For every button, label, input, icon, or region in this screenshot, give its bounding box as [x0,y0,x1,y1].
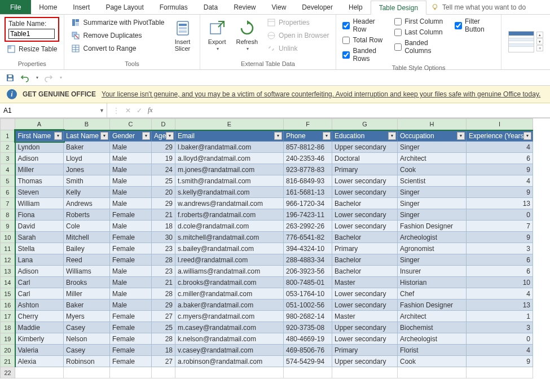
table-cell[interactable]: Nelson [64,333,110,345]
table-cell[interactable]: 394-4324-10 [284,243,332,254]
worksheet-grid[interactable]: ABCDEFGHI1First Name▼Last Name▼Gender▼Ag… [0,118,550,378]
table-header-cell[interactable]: Education▼ [332,130,398,142]
tell-me[interactable]: Tell me what you want to do [431,0,526,14]
chevron-down-icon[interactable]: ▼ [99,108,104,113]
table-cell[interactable]: Singer [398,254,467,266]
banded-cols-checkbox[interactable] [394,43,402,51]
table-cell[interactable]: Historian [398,277,467,288]
table-cell[interactable]: s.bailey@randatmail.com [175,243,284,254]
empty-cell[interactable] [15,367,64,378]
table-cell[interactable]: Stella [15,243,64,254]
chevron-down-icon[interactable]: ▾ [36,75,38,80]
filter-icon[interactable]: ▼ [142,132,150,140]
table-cell[interactable]: 053-1764-10 [284,288,332,299]
table-cell[interactable]: l.baker@randatmail.com [175,142,284,153]
table-cell[interactable]: Kimberly [15,333,64,345]
name-box-input[interactable] [3,107,103,114]
table-cell[interactable]: 13 [467,198,533,209]
table-cell[interactable]: 206-3923-56 [284,266,332,277]
table-cell[interactable]: Lower secondary [332,187,398,198]
table-cell[interactable]: Miller [15,164,64,175]
table-cell[interactable]: Bachelor [332,198,398,209]
table-cell[interactable]: Florist [398,345,467,356]
empty-cell[interactable] [398,367,467,378]
table-cell[interactable]: a.robinson@randatmail.com [175,356,284,367]
table-cell[interactable]: Lloyd [64,153,110,164]
table-cell[interactable]: 28 [152,254,175,266]
table-cell[interactable]: 23 [152,266,175,277]
table-cell[interactable]: c.miller@randatmail.com [175,288,284,299]
table-cell[interactable]: 9 [467,232,533,243]
tab-table-design[interactable]: Table Design [371,1,426,15]
table-cell[interactable]: m.casey@randatmail.com [175,322,284,333]
table-cell[interactable]: Mitchell [64,232,110,243]
table-cell[interactable]: Male [110,221,152,232]
table-cell[interactable]: Robinson [64,356,110,367]
table-cell[interactable]: a.lloyd@randatmail.com [175,153,284,164]
empty-cell[interactable] [110,367,152,378]
table-cell[interactable]: 23 [152,243,175,254]
tab-formulas[interactable]: Formulas [152,0,196,14]
table-cell[interactable]: Primary [332,243,398,254]
empty-cell[interactable] [175,367,284,378]
table-name-input[interactable] [8,29,55,39]
table-cell[interactable]: Singer [398,187,467,198]
filter-icon[interactable]: ▼ [100,132,108,140]
table-cell[interactable]: 776-6541-82 [284,232,332,243]
table-cell[interactable]: Male [110,277,152,288]
tab-insert[interactable]: Insert [65,0,98,14]
table-cell[interactable]: 980-2682-14 [284,311,332,322]
table-cell[interactable]: Female [110,254,152,266]
table-cell[interactable]: Female [110,333,152,345]
table-cell[interactable]: 28 [152,288,175,299]
table-cell[interactable]: Valeria [15,345,64,356]
table-cell[interactable]: Master [332,311,398,322]
table-cell[interactable]: Cherry [15,311,64,322]
table-cell[interactable]: Lower secondary [332,221,398,232]
table-cell[interactable]: 3 [467,243,533,254]
table-cell[interactable]: Singer [398,209,467,221]
table-cell[interactable]: Female [110,209,152,221]
table-cell[interactable]: 9 [467,356,533,367]
table-cell[interactable]: 574-5429-94 [284,356,332,367]
empty-cell[interactable] [332,367,398,378]
table-cell[interactable]: Lyndon [15,142,64,153]
table-cell[interactable]: 9 [467,187,533,198]
table-cell[interactable]: 29 [152,198,175,209]
row-header[interactable]: 4 [1,164,15,175]
row-header[interactable]: 13 [1,266,15,277]
table-cell[interactable]: 13 [467,299,533,311]
row-header[interactable]: 7 [1,198,15,209]
table-cell[interactable]: 27 [152,356,175,367]
last-col-checkbox[interactable] [394,29,402,36]
tab-home[interactable]: Home [31,0,65,14]
col-header-G[interactable]: G [332,119,398,130]
table-header-cell[interactable]: Last Name▼ [64,130,110,142]
row-header[interactable]: 19 [1,333,15,345]
table-cell[interactable]: 29 [152,142,175,153]
row-header[interactable]: 21 [1,356,15,367]
table-cell[interactable]: Lower secondary [332,288,398,299]
col-header-I[interactable]: I [467,119,533,130]
table-cell[interactable]: 25 [152,322,175,333]
table-cell[interactable]: 196-7423-11 [284,209,332,221]
table-cell[interactable]: Male [110,187,152,198]
table-cell[interactable]: c.brooks@randatmail.com [175,277,284,288]
filter-icon[interactable]: ▼ [388,132,396,140]
filter-btn-checkbox[interactable] [455,22,462,29]
row-header[interactable]: 16 [1,299,15,311]
table-cell[interactable]: Roberts [64,209,110,221]
table-cell[interactable]: 4 [467,142,533,153]
table-header-cell[interactable]: Phone▼ [284,130,332,142]
refresh-button[interactable]: Refresh▾ [233,17,262,59]
table-cell[interactable]: Male [110,266,152,277]
table-cell[interactable]: w.andrews@randatmail.com [175,198,284,209]
header-row-checkbox[interactable] [342,22,350,29]
table-cell[interactable]: Male [110,153,152,164]
table-cell[interactable]: Lower secondary [332,175,398,187]
table-cell[interactable]: Architect [398,153,467,164]
table-header-cell[interactable]: Gender▼ [110,130,152,142]
table-cell[interactable]: Fashion Designer [398,221,467,232]
undo-icon[interactable] [20,73,29,82]
table-cell[interactable]: Male [110,164,152,175]
